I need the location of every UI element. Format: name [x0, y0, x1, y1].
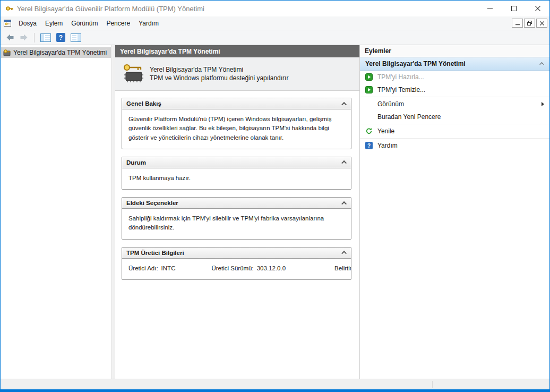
- help-icon: ?: [56, 33, 65, 42]
- section-manufacturer-info-body: Üretici Adı:INTC Üretici Sürümü:303.12.0…: [122, 259, 351, 279]
- action-group-label: Yerel Bilgisayar'da TPM Yönetimi: [365, 60, 466, 67]
- mdi-window-controls: [512, 19, 549, 28]
- menu-item-eylem[interactable]: Eylem: [41, 18, 67, 29]
- section-available-options: Eldeki Seçenekler Sahipliği kaldırmak iç…: [122, 197, 351, 240]
- actions-pane-title: Eylemler: [360, 45, 549, 57]
- back-button[interactable]: [5, 32, 15, 42]
- section-overview-body: Güvenilir Platform Modülü'nü (TPM) içere…: [122, 109, 351, 149]
- action-label: Buradan Yeni Pencere: [377, 113, 441, 121]
- submenu-arrow-icon: [542, 102, 544, 106]
- manufacturer-version-field: Üretici Sürümü:303.12.0.0: [211, 264, 286, 273]
- mdi-close-button[interactable]: [536, 19, 547, 28]
- field-value: INTC: [161, 265, 176, 271]
- mdi-restore-button[interactable]: [524, 19, 535, 28]
- action-prepare-tpm[interactable]: TPM'yi Hazırla...: [360, 71, 549, 83]
- manufacturer-name-field: Üretici Adı:INTC: [128, 264, 175, 273]
- actions-pane: Eylemler Yerel Bilgisayar'da TPM Yönetim…: [359, 45, 549, 379]
- action-group-header[interactable]: Yerel Bilgisayar'da TPM Yönetimi: [360, 57, 549, 71]
- main-area: Yerel Bilgisayar'da TPM Yönetimi Yerel B…: [1, 45, 549, 379]
- mmc-window: Yerel Bilgisayar'da Güvenilir Platform M…: [1, 1, 549, 389]
- action-separator: [360, 138, 549, 139]
- action-clear-tpm[interactable]: TPM'yi Temizle...: [360, 83, 549, 96]
- action-help[interactable]: ? Yardım: [360, 139, 549, 152]
- chevron-up-icon: [341, 101, 347, 107]
- tree-item-tpm-management[interactable]: Yerel Bilgisayar'da TPM Yönetimi: [1, 47, 111, 58]
- banner-subtitle: TPM ve Windows platformu desteğini yapıl…: [150, 74, 288, 82]
- section-manufacturer-info-header[interactable]: TPM Üretici Bilgileri: [122, 248, 351, 259]
- action-view[interactable]: Görünüm: [360, 98, 549, 110]
- field-label: Belirtim Sürümü:: [334, 265, 351, 271]
- field-label: Üretici Sürümü:: [211, 265, 253, 271]
- section-title: Eldeki Seçenekler: [126, 200, 178, 206]
- action-label: Yenile: [377, 127, 394, 135]
- action-label: Yardım: [377, 142, 398, 149]
- action-label: TPM'yi Temizle...: [377, 86, 425, 93]
- console-window-icon: [4, 20, 11, 27]
- minimize-button[interactable]: [478, 1, 502, 16]
- help-icon: ?: [365, 142, 373, 149]
- green-arrow-icon: [365, 86, 373, 93]
- field-label: Üretici Adı:: [128, 265, 158, 271]
- menu-item-pencere[interactable]: Pencere: [102, 18, 134, 29]
- forward-button[interactable]: [19, 32, 29, 42]
- help-toolbar-button[interactable]: ?: [55, 32, 66, 43]
- page-title: Yerel Bilgisayar'da TPM Yönetimi: [115, 45, 359, 57]
- status-bar-divider: [432, 381, 433, 388]
- action-refresh[interactable]: Yenile: [360, 125, 549, 138]
- action-pane-toggle-button[interactable]: [70, 32, 82, 43]
- section-title: Durum: [126, 159, 146, 166]
- section-status: Durum TPM kullanmaya hazır.: [122, 157, 351, 190]
- center-pane: Yerel Bilgisayar'da TPM Yönetimi: [115, 45, 359, 379]
- tpm-node-icon: [3, 49, 11, 56]
- titlebar: Yerel Bilgisayar'da Güvenilir Platform M…: [1, 1, 549, 16]
- green-arrow-icon: [365, 73, 373, 81]
- chevron-up-icon: [341, 160, 347, 166]
- mdi-minimize-button[interactable]: [512, 19, 523, 28]
- key-app-icon: [5, 4, 14, 13]
- console-tree-pane: Yerel Bilgisayar'da TPM Yönetimi: [1, 45, 112, 379]
- menu-item-gorunum[interactable]: Görünüm: [67, 18, 102, 29]
- section-overview: Genel Bakış Güvenilir Platform Modülü'nü…: [122, 98, 351, 149]
- action-separator: [360, 124, 549, 124]
- section-available-options-body: Sahipliği kaldırmak için TPM'yi silebili…: [122, 209, 351, 239]
- section-status-header[interactable]: Durum: [122, 157, 351, 168]
- tpm-chip-icon: [122, 63, 144, 84]
- action-separator: [360, 97, 549, 97]
- menu-item-yardim[interactable]: Yardım: [134, 18, 163, 29]
- banner: Yerel Bilgisayar'da TPM Yönetimi TPM ve …: [115, 57, 359, 91]
- refresh-icon: [365, 127, 373, 135]
- sections-area: Genel Bakış Güvenilir Platform Modülü'nü…: [115, 91, 359, 379]
- status-bar: [1, 379, 549, 389]
- section-title: Genel Bakış: [126, 100, 161, 107]
- tree-item-label: Yerel Bilgisayar'da TPM Yönetimi: [13, 49, 107, 56]
- menubar: Dosya Eylem Görünüm Pencere Yardım: [1, 16, 549, 30]
- toolbar: ?: [1, 30, 549, 45]
- chevron-up-icon: [341, 201, 347, 206]
- field-value: 303.12.0.0: [257, 265, 286, 271]
- section-available-options-header[interactable]: Eldeki Seçenekler: [122, 198, 351, 209]
- section-status-body: TPM kullanmaya hazır.: [122, 168, 351, 189]
- action-label: TPM'yi Hazırla...: [377, 73, 424, 81]
- action-new-window-from-here[interactable]: Buradan Yeni Pencere: [360, 110, 549, 123]
- maximize-button[interactable]: [502, 1, 526, 16]
- window-title: Yerel Bilgisayar'da Güvenilir Platform M…: [17, 5, 478, 13]
- section-manufacturer-info: TPM Üretici Bilgileri Üretici Adı:INTC Ü…: [122, 247, 351, 280]
- console-tree-toggle-button[interactable]: [39, 32, 52, 43]
- menu-item-dosya[interactable]: Dosya: [14, 18, 41, 29]
- banner-title: Yerel Bilgisayar'da TPM Yönetimi: [150, 66, 288, 73]
- close-button[interactable]: [526, 1, 549, 16]
- chevron-up-icon: [539, 62, 544, 66]
- spec-version-field: Belirtim Sürümü:2.0: [334, 264, 351, 273]
- action-label: Görünüm: [377, 100, 404, 108]
- section-overview-header[interactable]: Genel Bakış: [122, 98, 351, 109]
- toolbar-separator: [34, 33, 35, 42]
- chevron-up-icon: [341, 251, 347, 256]
- section-title: TPM Üretici Bilgileri: [126, 250, 184, 256]
